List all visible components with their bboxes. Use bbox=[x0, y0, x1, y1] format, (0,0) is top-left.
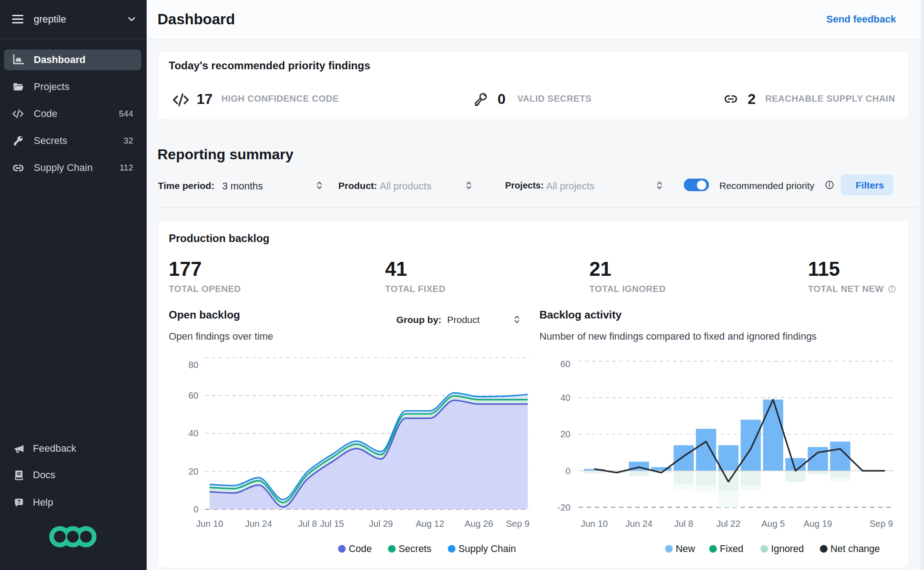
svg-text:?: ? bbox=[17, 499, 21, 505]
